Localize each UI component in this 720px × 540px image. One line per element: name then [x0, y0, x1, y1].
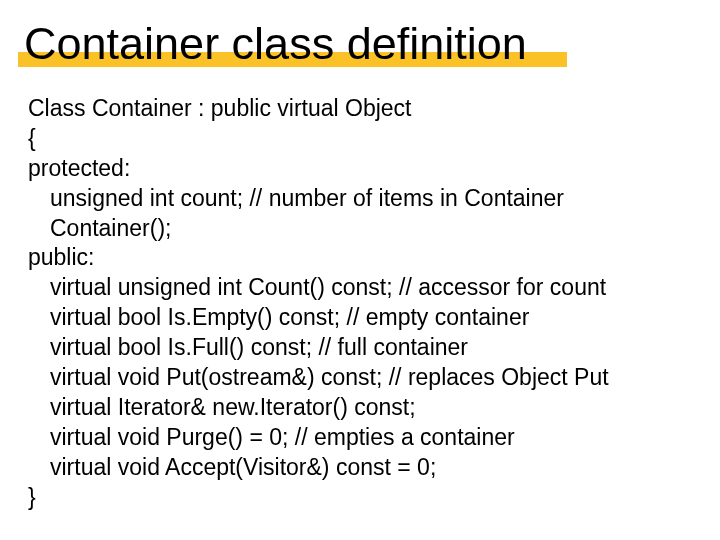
- code-line: protected:: [28, 154, 692, 184]
- code-line: {: [28, 124, 692, 154]
- title-block: Container class definition: [24, 18, 527, 70]
- code-line: virtual void Purge() = 0; // empties a c…: [28, 423, 692, 453]
- code-line: public:: [28, 243, 692, 273]
- code-line: virtual bool Is.Full() const; // full co…: [28, 333, 692, 363]
- code-line: virtual void Put(ostream&) const; // rep…: [28, 363, 692, 393]
- code-line: Class Container : public virtual Object: [28, 94, 692, 124]
- slide-title: Container class definition: [24, 18, 527, 70]
- code-line: unsigned int count; // number of items i…: [28, 184, 692, 214]
- slide: Container class definition Class Contain…: [0, 0, 720, 540]
- code-line: Container();: [28, 214, 692, 244]
- code-line: virtual Iterator& new.Iterator() const;: [28, 393, 692, 423]
- code-line: }: [28, 483, 692, 513]
- code-line: virtual unsigned int Count() const; // a…: [28, 273, 692, 303]
- code-line: virtual bool Is.Empty() const; // empty …: [28, 303, 692, 333]
- code-body: Class Container : public virtual Object …: [28, 94, 692, 512]
- code-line: virtual void Accept(Visitor&) const = 0;: [28, 453, 692, 483]
